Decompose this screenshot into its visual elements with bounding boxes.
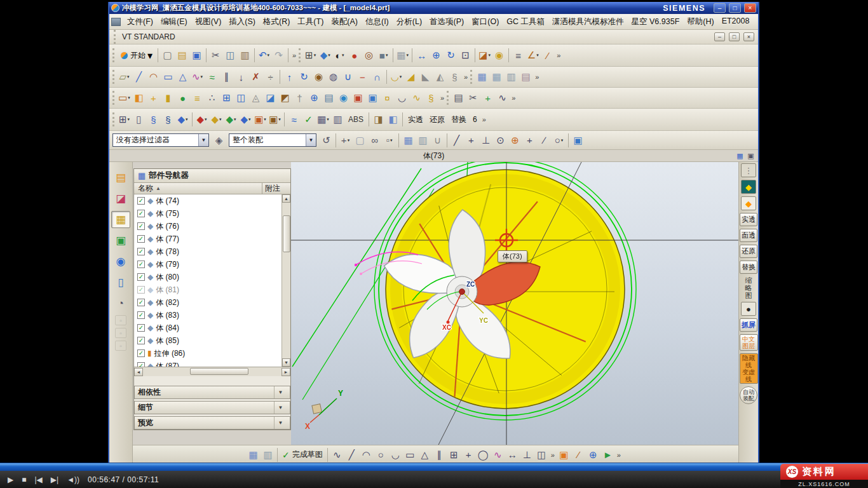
row-checkbox[interactable]: ✓ bbox=[137, 222, 145, 230]
macro-gem-icon[interactable]: ◆ bbox=[741, 196, 756, 210]
replace-label[interactable]: 替换 bbox=[448, 112, 470, 127]
web-browser-tab-icon[interactable]: ◉ bbox=[111, 253, 130, 270]
wireframe-icon[interactable]: ◎ bbox=[362, 48, 376, 63]
scrollbar-thumb[interactable] bbox=[283, 215, 290, 252]
snap-grid-icon[interactable]: ▥ bbox=[261, 447, 275, 463]
prev-button[interactable]: |◀ bbox=[34, 475, 42, 484]
line-sk-icon[interactable]: ╱ bbox=[344, 447, 359, 463]
column-note[interactable]: 附注 bbox=[262, 183, 290, 194]
snap-menu-icon[interactable]: +▾ bbox=[338, 133, 353, 148]
rect-sk-icon[interactable]: ▭ bbox=[403, 447, 417, 463]
child-restore-button[interactable]: □ bbox=[729, 32, 740, 41]
diamond-tool-icon[interactable]: ◆▾ bbox=[175, 112, 190, 127]
split-body-icon[interactable]: ◩ bbox=[278, 90, 292, 105]
section-details[interactable]: 细节 ▼ bbox=[134, 401, 290, 414]
shaded-icon[interactable]: ◆▾ bbox=[318, 48, 332, 63]
revolve-icon[interactable]: ↻ bbox=[297, 69, 311, 85]
add-sk-icon[interactable]: + bbox=[461, 447, 476, 463]
toolbar-overflow-chevron[interactable]: » bbox=[557, 51, 560, 59]
close-button[interactable]: × bbox=[744, 3, 756, 13]
scroll-left-icon[interactable]: ◄ bbox=[134, 368, 143, 376]
project-curve-icon[interactable]: ↓ bbox=[234, 69, 248, 85]
navigator-row[interactable]: ✓◆体 (83) bbox=[134, 309, 281, 322]
spline-icon[interactable]: ∿▾ bbox=[190, 69, 205, 85]
divide-curve-icon[interactable]: ÷ bbox=[263, 69, 278, 85]
copy-icon[interactable]: ◫ bbox=[223, 48, 238, 63]
redo-icon[interactable]: ↷ bbox=[271, 48, 286, 63]
extrude-icon[interactable]: ↑ bbox=[282, 69, 297, 85]
child-minimize-button[interactable]: – bbox=[714, 32, 725, 41]
chain-select-icon[interactable]: ∞ bbox=[367, 133, 382, 148]
grid-b-icon[interactable]: ▥ bbox=[416, 133, 430, 148]
intersect-icon[interactable]: ∩ bbox=[370, 69, 384, 85]
row-checkbox[interactable]: ✓ bbox=[137, 273, 145, 281]
circle-sk-icon[interactable]: ○ bbox=[374, 447, 388, 463]
chevron-down-icon[interactable]: ▼ bbox=[274, 402, 287, 414]
toolbar-grip[interactable] bbox=[112, 91, 114, 105]
toolbar-overflow-chevron[interactable]: » bbox=[551, 451, 555, 459]
toolbar-grip[interactable] bbox=[112, 48, 114, 62]
navigator-row[interactable]: ✓◆体 (87) bbox=[134, 360, 281, 367]
gem-blue-icon[interactable]: ◆▾ bbox=[238, 112, 253, 127]
constraint-sk-icon[interactable]: ⊥ bbox=[520, 447, 534, 463]
macro-diamond-icon[interactable]: ◆ bbox=[741, 180, 756, 194]
start-menu-button[interactable]: 开始 ▾ bbox=[117, 48, 156, 63]
pattern-sk-icon[interactable]: ⊞ bbox=[447, 447, 461, 463]
mirror-sk-icon[interactable]: ◫ bbox=[534, 447, 549, 463]
blue-block-icon[interactable]: ▣ bbox=[365, 90, 380, 105]
toolbar-grip[interactable] bbox=[299, 48, 301, 62]
face-translucent-button[interactable]: 面透 bbox=[740, 229, 757, 242]
abs-tool[interactable]: ABS bbox=[345, 113, 367, 126]
scroll-right-icon[interactable]: ► bbox=[281, 368, 290, 376]
dark-sphere-icon[interactable]: ● bbox=[741, 302, 756, 316]
navigator-row[interactable]: ✓◆体 (81) bbox=[134, 283, 281, 296]
arc-icon[interactable]: ◠ bbox=[146, 69, 161, 85]
highlight-filter-icon[interactable]: ◈ bbox=[212, 133, 226, 148]
video-progress-bar[interactable] bbox=[0, 463, 868, 471]
mold-tool2-icon[interactable]: ▣▾ bbox=[268, 112, 282, 127]
pattern-feature-icon[interactable]: ⊞ bbox=[219, 90, 234, 105]
menu-item-11[interactable]: GC 工具箱 bbox=[503, 15, 548, 29]
restore-display-button[interactable]: 还原 bbox=[740, 245, 757, 258]
solid-translucent-button[interactable]: 实透 bbox=[740, 213, 757, 226]
toolbar-overflow-chevron[interactable]: » bbox=[617, 451, 621, 459]
open-file-icon[interactable]: ▤ bbox=[175, 48, 189, 63]
mold-icons-icon[interactable]: ◨ bbox=[371, 112, 386, 127]
fit-curve-icon[interactable]: ∿ bbox=[495, 90, 510, 105]
gem-gold-icon[interactable]: ◆▾ bbox=[209, 112, 224, 127]
orient-view-icon[interactable]: ■▾ bbox=[376, 48, 391, 63]
datum-csys-icon[interactable]: + bbox=[146, 90, 161, 105]
snapshot-icon[interactable]: ◉ bbox=[492, 48, 506, 63]
face-analysis-icon[interactable]: ◐▾ bbox=[332, 48, 347, 63]
row-checkbox[interactable]: ✓ bbox=[137, 299, 145, 306]
toolbar-overflow-chevron[interactable]: » bbox=[512, 94, 515, 102]
vertical-scrollbar[interactable]: ▲ ▼ bbox=[281, 194, 290, 367]
unite-icon[interactable]: ∪ bbox=[341, 69, 355, 85]
mold-tool-icon[interactable]: ▣▾ bbox=[253, 112, 268, 127]
chevron-down-icon[interactable]: ▼ bbox=[306, 134, 316, 146]
toolbar-overflow-chevron[interactable]: » bbox=[535, 73, 539, 81]
trim-curve-icon[interactable]: ✗ bbox=[248, 69, 263, 85]
child-close-button[interactable]: × bbox=[743, 32, 754, 41]
row-checkbox[interactable]: ✓ bbox=[137, 349, 145, 357]
edit-section-icon[interactable]: ◪▾ bbox=[477, 48, 492, 63]
sheet-tool-icon[interactable]: ▥ bbox=[330, 112, 345, 127]
water-drop-icon[interactable]: ◉ bbox=[336, 90, 351, 105]
rotate-view-icon[interactable]: ↻ bbox=[444, 48, 458, 63]
menu-item-15[interactable]: ET2008 bbox=[718, 15, 754, 29]
menu-item-9[interactable]: 首选项(P) bbox=[426, 15, 468, 29]
offset-curve-icon[interactable]: ∥ bbox=[219, 69, 234, 85]
point-target-icon[interactable]: ⊕ bbox=[307, 90, 322, 105]
restore-label[interactable]: 还原 bbox=[426, 112, 448, 127]
fillet-sk-icon[interactable]: ◡ bbox=[388, 447, 403, 463]
replace-face-icon[interactable]: ▥ bbox=[504, 69, 519, 85]
layer-icons-icon[interactable]: ◧ bbox=[386, 112, 400, 127]
trim-sheet-icon[interactable]: ✂ bbox=[466, 90, 480, 105]
screen-capture-button[interactable]: 抓屏 bbox=[740, 318, 757, 332]
clip-b-icon[interactable]: § bbox=[161, 112, 175, 127]
sew-icon[interactable]: † bbox=[292, 90, 307, 105]
chamfer-icon[interactable]: ◢ bbox=[403, 69, 418, 85]
task-sketch-icon[interactable]: ◧ bbox=[132, 90, 146, 105]
flag-green-icon[interactable]: ► bbox=[600, 447, 615, 463]
sketch-icon[interactable]: ▭▾ bbox=[117, 90, 132, 105]
